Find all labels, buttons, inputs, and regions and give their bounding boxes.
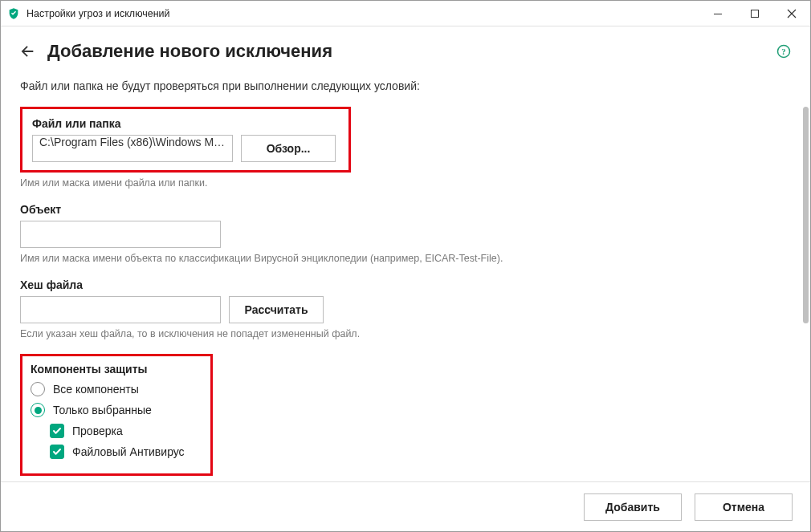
components-label: Компоненты защиты	[31, 363, 202, 376]
svg-text:?: ?	[781, 47, 785, 56]
checkbox-file-av[interactable]: Файловый Антивирус	[50, 445, 202, 459]
cancel-button[interactable]: Отмена	[695, 493, 793, 521]
app-window: Настройки угроз и исключений Добавление …	[0, 0, 811, 532]
minimize-button[interactable]	[699, 2, 736, 26]
footer: Добавить Отмена	[1, 481, 810, 531]
radio-icon	[31, 382, 45, 396]
window-title: Настройки угроз и исключений	[26, 8, 170, 19]
maximize-button[interactable]	[736, 2, 773, 26]
close-button[interactable]	[773, 2, 810, 26]
page-header: Добавление нового исключения ?	[1, 26, 810, 73]
object-input[interactable]	[20, 221, 221, 248]
window-controls	[699, 2, 810, 26]
checkbox-icon	[50, 445, 64, 459]
components-highlight: Компоненты защиты Все компоненты Только …	[20, 354, 213, 476]
calculate-button[interactable]: Рассчитать	[229, 296, 324, 323]
radio-all-label: Все компоненты	[53, 383, 139, 396]
help-icon[interactable]: ?	[775, 43, 793, 60]
radio-icon	[31, 403, 45, 417]
object-label: Объект	[20, 203, 780, 216]
checkbox-scan[interactable]: Проверка	[50, 424, 202, 438]
radio-all-components[interactable]: Все компоненты	[31, 382, 202, 396]
radio-selected-only[interactable]: Только выбранные	[31, 403, 202, 417]
file-section-highlight: Файл или папка C:\Program Files (x86)\Wi…	[20, 107, 351, 173]
content-area: Файл или папка не будут проверяться при …	[1, 73, 799, 481]
shield-icon	[7, 7, 20, 20]
add-button[interactable]: Добавить	[584, 493, 682, 521]
browse-button[interactable]: Обзор...	[241, 135, 336, 162]
hash-label: Хеш файла	[20, 278, 780, 291]
scrollbar-thumb[interactable]	[803, 107, 809, 323]
intro-text: Файл или папка не будут проверяться при …	[20, 79, 780, 92]
hash-hint: Если указан хеш файла, то в исключения н…	[20, 328, 780, 339]
file-label: Файл или папка	[32, 117, 339, 130]
svg-rect-0	[714, 14, 722, 14]
titlebar: Настройки угроз и исключений	[1, 1, 810, 26]
checkbox-icon	[50, 424, 64, 438]
svg-rect-1	[752, 10, 759, 17]
check-label: Файловый Антивирус	[72, 445, 185, 458]
back-arrow-icon[interactable]	[18, 43, 36, 60]
check-label: Проверка	[72, 424, 123, 437]
file-hint: Имя или маска имени файла или папки.	[20, 177, 780, 189]
body-wrap: Файл или папка не будут проверяться при …	[1, 73, 810, 481]
page-title: Добавление нового исключения	[47, 41, 332, 62]
file-path-input[interactable]: C:\Program Files (x86)\Windows Medi	[32, 135, 233, 162]
scrollbar[interactable]	[799, 73, 810, 481]
object-hint: Имя или маска имени объекта по классифик…	[20, 253, 780, 264]
radio-selected-label: Только выбранные	[53, 404, 152, 416]
hash-input[interactable]	[20, 296, 221, 323]
